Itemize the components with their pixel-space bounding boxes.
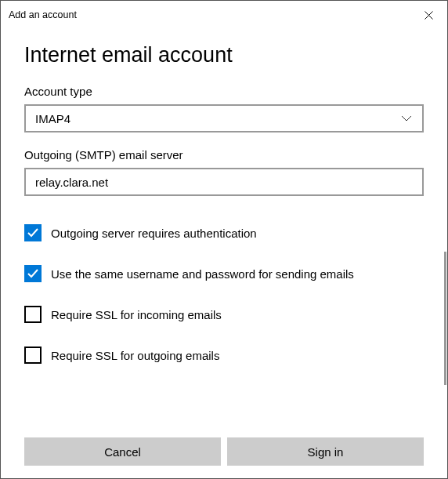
account-type-value: IMAP4 [35,112,400,125]
close-button[interactable] [419,5,438,24]
checkbox-box[interactable] [24,265,42,282]
cancel-button[interactable]: Cancel [24,437,221,466]
window-title: Add an account [9,9,77,20]
checkbox-label: Outgoing server requires authentication [51,227,257,240]
checkbox-outgoing-auth[interactable]: Outgoing server requires authentication [24,224,424,241]
checkbox-label: Require SSL for incoming emails [51,308,222,321]
checkbox-box[interactable] [24,224,42,241]
checkbox-label: Use the same username and password for s… [51,267,354,281]
smtp-label: Outgoing (SMTP) email server [24,148,424,161]
check-icon [27,267,39,280]
checkbox-ssl-outgoing[interactable]: Require SSL for outgoing emails [24,347,424,364]
content: Internet email account Account type IMAP… [1,29,447,395]
chevron-down-icon [400,112,413,125]
button-row: Cancel Sign in [24,437,424,466]
checkbox-same-creds[interactable]: Use the same username and password for s… [24,265,424,282]
check-icon [27,227,39,239]
checkbox-box[interactable] [24,306,42,323]
account-type-select[interactable]: IMAP4 [24,104,424,132]
page-title: Internet email account [24,43,424,67]
smtp-input[interactable] [24,168,424,196]
titlebar: Add an account [1,1,447,29]
checkbox-label: Require SSL for outgoing emails [51,349,219,362]
close-icon [425,11,433,20]
checkbox-ssl-incoming[interactable]: Require SSL for incoming emails [24,306,424,323]
checkbox-box[interactable] [24,347,42,364]
account-type-label: Account type [24,85,424,98]
scrollbar[interactable] [444,252,446,385]
signin-button[interactable]: Sign in [227,437,424,466]
